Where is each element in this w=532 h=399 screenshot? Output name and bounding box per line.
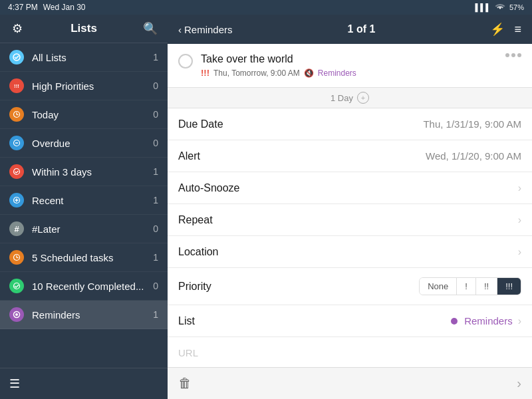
repeat-chevron: › [518,214,521,226]
page-indicator: 1 of 1 [233,23,491,35]
settings-icon[interactable]: ⚙ [9,21,25,36]
priority-btn-3[interactable]: !!! [497,278,521,295]
sidebar-items-list: All Lists1!!!High Priorities0Today0Overd… [0,43,168,368]
back-chevron: ‹ [178,24,182,35]
sidebar-item-count-today: 0 [153,109,158,120]
location-row[interactable]: Location › [168,236,532,268]
location-label: Location [178,246,265,258]
list-chevron: › [518,315,521,327]
due-date-label: Due Date [178,118,265,130]
dot-1 [505,53,509,57]
list-label: List [178,315,265,327]
flash-icon[interactable]: ⚡ [490,22,505,37]
repeat-label: Repeat [178,214,265,226]
priority-row: Priority None!!!!!! [168,268,532,305]
sidebar-item-high-priorities[interactable]: !!!High Priorities0 [0,72,168,100]
one-day-add[interactable]: + [357,92,369,104]
auto-snooze-chevron: › [518,182,521,194]
battery: 57% [509,3,524,11]
add-list-icon[interactable]: ☰ [9,377,20,390]
one-day-bar: 1 Day + [168,88,532,108]
list-dot [451,318,458,325]
sidebar-item-icon-later: # [9,221,24,236]
sidebar-item-later[interactable]: ##Later0 [0,215,168,243]
sidebar-item-count-later: 0 [153,223,158,234]
alert-value: Wed, 1/1/20, 9:00 AM [265,150,521,162]
svg-point-6 [14,169,20,175]
sidebar-item-icon-recently-completed [9,279,24,293]
sidebar-item-count-recently-completed: 0 [153,281,158,291]
sidebar-item-label-recent: Recent [32,195,153,206]
auto-snooze-label: Auto-Snooze [178,182,265,194]
menu-icon[interactable]: ≡ [514,23,521,37]
sidebar-item-label-reminders: Reminders [32,309,153,321]
reminder-checkbox[interactable] [178,54,193,68]
sidebar-item-label-today: Today [32,109,153,120]
dot-3 [517,53,521,57]
due-date-value: Thu, 1/31/19, 9:00 AM [265,118,521,130]
sidebar-item-label-recently-completed: 10 Recently Completed... [32,281,153,292]
sidebar-item-icon-high-priorities: !!! [9,78,24,93]
sidebar-header: ⚙ Lists 🔍 [0,15,168,43]
priority-label: Priority [178,281,265,293]
url-placeholder: URL [178,347,198,358]
back-label: Reminders [184,24,233,35]
url-row[interactable]: URL [168,337,532,367]
reminder-meta: !!! Thu, Tomorrow, 9:00 AM 🔇 Reminders [201,68,497,78]
sidebar-item-scheduled-tasks[interactable]: 5 Scheduled tasks1 [0,243,168,272]
content-header-actions: ⚡ ≡ [490,22,521,37]
content-header: ‹ Reminders 1 of 1 ⚡ ≡ [168,15,532,44]
sidebar-item-recently-completed[interactable]: 10 Recently Completed...0 [0,272,168,301]
sidebar-item-within-3-days[interactable]: Within 3 days1 [0,158,168,186]
status-left: 4:37 PM Wed Jan 30 [8,3,86,12]
detail-rows: Due Date Thu, 1/31/19, 9:00 AM Alert Wed… [168,108,532,367]
signal-icon: ▌▌▌ [475,3,491,11]
sidebar-footer: ☰ [0,368,168,399]
svg-point-13 [14,283,20,289]
next-chevron[interactable]: › [517,376,521,391]
sidebar-item-all-lists[interactable]: All Lists1 [0,43,168,72]
status-bar: 4:37 PM Wed Jan 30 ▌▌▌ 57% [0,0,532,15]
reminder-date: Thu, Tomorrow, 9:00 AM [213,68,300,78]
reminder-item: Take over the world !!! Thu, Tomorrow, 9… [168,44,532,88]
sidebar-item-count-overdue: 0 [153,138,158,148]
sidebar-item-overdue[interactable]: Overdue0 [0,129,168,158]
sidebar-item-icon-scheduled-tasks [9,250,24,265]
delete-icon[interactable]: 🗑 [178,376,192,391]
auto-snooze-row[interactable]: Auto-Snooze › [168,172,532,204]
reminder-title: Take over the world [201,53,497,65]
sidebar-title: Lists [25,22,142,35]
priority-btn-0[interactable]: None [420,278,457,295]
reminder-content: Take over the world !!! Thu, Tomorrow, 9… [201,53,497,78]
sidebar-item-icon-all-lists [9,50,24,65]
sidebar-item-icon-overdue [9,136,24,150]
sidebar-item-count-scheduled-tasks: 1 [153,252,158,263]
priority-indicator: !!! [201,68,209,78]
priority-group: None!!!!!! [419,277,521,295]
sidebar-item-label-within-3-days: Within 3 days [32,166,153,178]
sidebar-item-count-reminders: 1 [153,309,158,320]
dot-2 [511,53,515,57]
sidebar-item-recent[interactable]: Recent1 [0,186,168,215]
sidebar-item-count-high-priorities: 0 [153,80,158,91]
sidebar-item-label-later: #Later [32,223,153,235]
due-date-row[interactable]: Due Date Thu, 1/31/19, 9:00 AM [168,108,532,140]
sidebar-item-count-all-lists: 1 [153,52,158,63]
sidebar-item-reminders[interactable]: Reminders1 [0,301,168,329]
sidebar-item-label-overdue: Overdue [32,138,153,149]
list-value: Reminders [464,315,513,327]
alert-label: Alert [178,150,265,162]
repeat-row[interactable]: Repeat › [168,204,532,236]
sidebar-item-icon-reminders [9,307,24,322]
back-button[interactable]: ‹ Reminders [178,24,233,35]
list-row-value: Reminders [265,315,513,327]
alert-row[interactable]: Alert Wed, 1/1/20, 9:00 AM [168,140,532,172]
sidebar-item-today[interactable]: Today0 [0,100,168,129]
priority-btn-1[interactable]: ! [457,278,476,295]
priority-btn-2[interactable]: !! [476,278,497,295]
sidebar: ⚙ Lists 🔍 All Lists1!!!High Priorities0T… [0,15,168,399]
svg-point-15 [15,313,18,316]
search-icon[interactable]: 🔍 [142,21,158,36]
sidebar-item-icon-today [9,107,24,122]
list-row[interactable]: List Reminders › [168,305,532,337]
